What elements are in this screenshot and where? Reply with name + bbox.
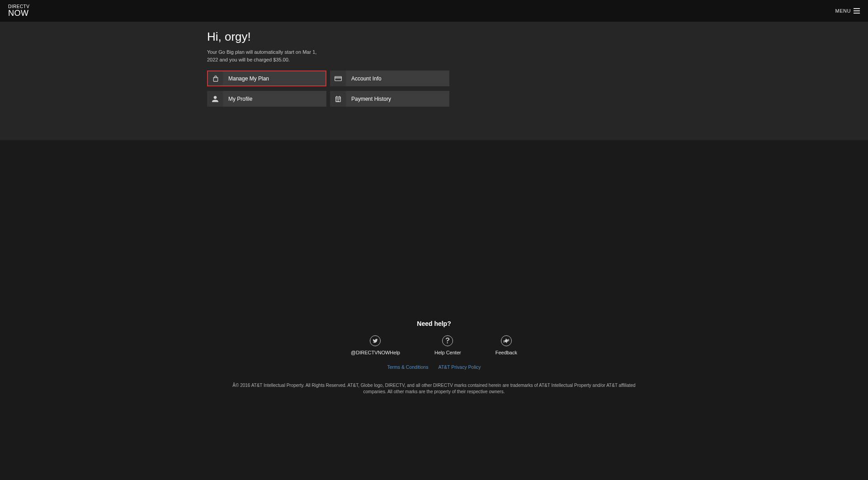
account-info-tile[interactable]: Account Info (330, 71, 449, 86)
calendar-icon (330, 91, 346, 107)
account-tiles: Manage My Plan Account Info My Profile P… (207, 71, 449, 107)
thumbs-icon (501, 335, 512, 346)
my-profile-tile[interactable]: My Profile (207, 91, 326, 107)
credit-card-icon (330, 71, 346, 86)
app-header: DIRECTV NOW MENU (0, 0, 868, 22)
hamburger-icon (854, 8, 860, 14)
directv-now-logo[interactable]: DIRECTV NOW (8, 5, 29, 17)
manage-my-plan-label: Manage My Plan (223, 71, 326, 85)
help-center-link[interactable]: Help Center (434, 335, 461, 355)
user-icon (207, 91, 223, 107)
twitter-icon (370, 335, 381, 346)
logo-text-bottom: NOW (8, 9, 29, 17)
question-icon (442, 335, 453, 346)
help-links-row: @DIRECTVNOWHelp Help Center Feedback (0, 335, 868, 355)
menu-button[interactable]: MENU (835, 8, 860, 14)
menu-label: MENU (835, 8, 851, 14)
plan-description: Your Go Big plan will automatically star… (207, 48, 325, 63)
copyright-text: Â© 2016 AT&T Intellectual Property. All … (231, 382, 637, 395)
payment-history-label: Payment History (346, 91, 449, 107)
need-help-heading: Need help? (0, 320, 868, 327)
shopping-bag-icon (208, 71, 223, 85)
manage-my-plan-tile[interactable]: Manage My Plan (207, 71, 326, 86)
account-overview-panel: Hi, orgy! Your Go Big plan will automati… (0, 22, 868, 140)
help-center-label: Help Center (434, 350, 461, 355)
greeting-title: Hi, orgy! (207, 30, 449, 44)
page-footer: Need help? @DIRECTVNOWHelp Help Center F… (0, 315, 868, 403)
feedback-link[interactable]: Feedback (495, 335, 517, 355)
my-profile-label: My Profile (223, 91, 326, 107)
payment-history-tile[interactable]: Payment History (330, 91, 449, 107)
account-info-label: Account Info (346, 71, 449, 86)
privacy-link[interactable]: AT&T Privacy Policy (438, 364, 481, 370)
terms-link[interactable]: Terms & Conditions (387, 364, 428, 370)
legal-links: Terms & Conditions AT&T Privacy Policy (0, 364, 868, 370)
twitter-help-link[interactable]: @DIRECTVNOWHelp (351, 335, 400, 355)
feedback-label: Feedback (495, 350, 517, 355)
twitter-help-label: @DIRECTVNOWHelp (351, 350, 400, 355)
content-spacer (0, 140, 868, 315)
